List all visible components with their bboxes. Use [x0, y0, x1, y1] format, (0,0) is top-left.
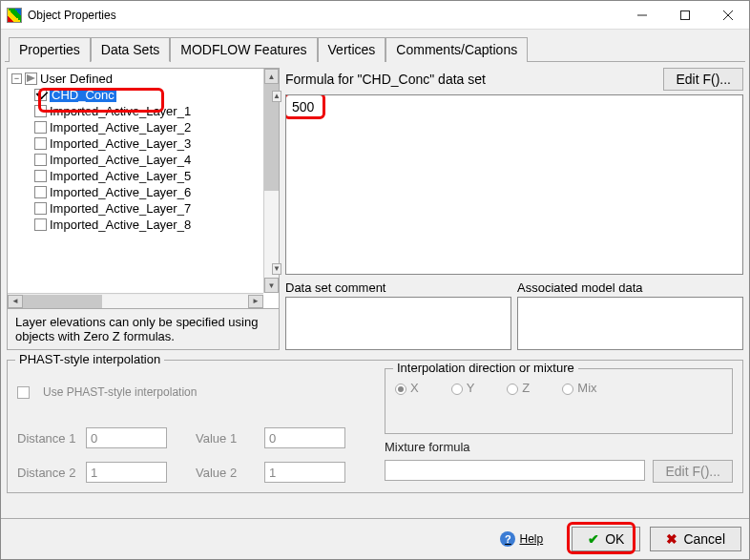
- formula-gutter: ▲ ▼: [272, 91, 281, 275]
- dataset-comment-header: Data set comment: [285, 280, 511, 295]
- tree-root-label: User Defined: [40, 72, 113, 86]
- maximize-button[interactable]: [663, 1, 706, 29]
- close-icon: [723, 10, 733, 20]
- checkbox-icon[interactable]: [34, 89, 47, 101]
- tab-data-sets[interactable]: Data Sets: [91, 37, 170, 62]
- tree-item-chd-conc[interactable]: CHD_Conc: [32, 87, 277, 103]
- radio-icon: [451, 384, 463, 395]
- tree-item[interactable]: Imported_Active_Layer_2: [32, 119, 277, 135]
- tree-horizontal-scrollbar[interactable]: ◄ ►: [8, 293, 263, 308]
- tree-root-user-defined[interactable]: − User Defined: [10, 71, 277, 87]
- checkbox-icon[interactable]: [34, 137, 47, 150]
- tree-item-label: Imported_Active_Layer_2: [50, 120, 191, 135]
- radio-mix[interactable]: Mix: [562, 381, 596, 395]
- interp-direction-group: Interpolation direction or mixture X Y Z…: [385, 368, 733, 434]
- checkbox-icon[interactable]: [34, 170, 47, 182]
- scroll-down-icon[interactable]: ▼: [264, 278, 279, 293]
- mixture-formula-label: Mixture formula: [385, 440, 733, 454]
- associated-model-box[interactable]: [517, 297, 743, 350]
- radio-x[interactable]: X: [395, 381, 419, 395]
- formula-label: Formula for "CHD_Conc" data set: [285, 72, 656, 87]
- value1-input[interactable]: [264, 427, 345, 448]
- checkbox-icon[interactable]: [34, 105, 47, 117]
- use-phast-checkbox[interactable]: [17, 386, 30, 399]
- app-icon: [7, 8, 22, 23]
- tree-item[interactable]: Imported_Active_Layer_1: [32, 103, 277, 119]
- tab-properties[interactable]: Properties: [9, 37, 91, 62]
- associated-model-header: Associated model data: [517, 280, 743, 295]
- distance1-input[interactable]: [86, 427, 167, 448]
- scroll-left-icon[interactable]: ◄: [8, 295, 23, 308]
- tree-item-label: Imported_Active_Layer_8: [50, 218, 191, 232]
- x-icon: ✖: [666, 531, 677, 547]
- edit-mixture-formula-button[interactable]: Edit F()...: [653, 460, 733, 483]
- checkbox-icon[interactable]: [34, 121, 47, 134]
- radio-y[interactable]: Y: [451, 381, 475, 395]
- cancel-button[interactable]: ✖ Cancel: [650, 527, 741, 551]
- scroll-right-icon[interactable]: ►: [248, 295, 263, 308]
- scroll-thumb[interactable]: [23, 295, 102, 308]
- ok-button[interactable]: ✔ OK: [572, 527, 640, 551]
- checkbox-icon[interactable]: [34, 218, 47, 231]
- minimize-icon: [637, 10, 647, 20]
- tree-item-label: Imported_Active_Layer_3: [50, 136, 191, 151]
- collapse-icon[interactable]: −: [11, 73, 22, 84]
- tree-item-label: Imported_Active_Layer_7: [50, 201, 191, 216]
- tree-item[interactable]: Imported_Active_Layer_8: [32, 217, 277, 233]
- tree-item[interactable]: Imported_Active_Layer_4: [32, 152, 277, 168]
- tab-modflow-features[interactable]: MODFLOW Features: [170, 37, 317, 62]
- radio-icon: [562, 384, 573, 395]
- tab-vertices[interactable]: Vertices: [318, 37, 386, 62]
- distance2-input[interactable]: [86, 462, 167, 483]
- tree-item[interactable]: Imported_Active_Layer_5: [32, 168, 277, 184]
- tab-strip: Properties Data Sets MODFLOW Features Ve…: [5, 33, 745, 62]
- tree-item[interactable]: Imported_Active_Layer_6: [32, 184, 277, 200]
- help-link[interactable]: ? Help: [500, 531, 543, 547]
- tree-item-label: Imported_Active_Layer_4: [50, 153, 191, 167]
- radio-icon: [507, 384, 518, 395]
- svg-rect-1: [680, 10, 689, 19]
- titlebar: Object Properties: [1, 1, 749, 30]
- checkbox-icon[interactable]: [34, 186, 47, 198]
- close-button[interactable]: [706, 1, 749, 29]
- value2-input[interactable]: [264, 462, 345, 483]
- formula-panel: Formula for "CHD_Conc" data set Edit F()…: [285, 68, 743, 350]
- maximize-icon: [680, 10, 690, 20]
- help-icon: ?: [500, 531, 515, 547]
- dataset-comment-box[interactable]: [285, 297, 511, 350]
- tab-comments-captions[interactable]: Comments/Captions: [385, 37, 528, 62]
- interp-direction-legend: Interpolation direction or mixture: [393, 361, 578, 375]
- scroll-up-icon[interactable]: ▲: [264, 69, 279, 84]
- formula-value: 500: [292, 99, 314, 114]
- edit-formula-button[interactable]: Edit F()...: [663, 68, 743, 91]
- tree-item[interactable]: Imported_Active_Layer_7: [32, 200, 277, 217]
- object-properties-window: Object Properties Properties Data Sets M…: [0, 0, 750, 560]
- use-phast-label: Use PHAST-style interpolation: [43, 385, 197, 399]
- phast-group: PHAST-style interpolation Use PHAST-styl…: [7, 360, 743, 493]
- radio-z[interactable]: Z: [507, 381, 530, 395]
- layer-elevation-note: Layer elevations can only be specified u…: [8, 308, 279, 349]
- checkbox-icon[interactable]: [34, 154, 47, 166]
- tree-item-label: Imported_Active_Layer_5: [50, 169, 191, 183]
- tree-item-label: CHD_Conc: [50, 88, 116, 102]
- radio-icon: [395, 384, 406, 395]
- value2-label: Value 2: [196, 466, 259, 480]
- check-icon: ✔: [588, 531, 599, 547]
- tree-item-label: Imported_Active_Layer_1: [50, 104, 191, 118]
- gutter-up-icon: ▲: [272, 91, 281, 102]
- distance1-label: Distance 1: [17, 431, 80, 446]
- tree-item-label: Imported_Active_Layer_6: [50, 185, 191, 199]
- datasets-tree[interactable]: − User Defined CHD_Conc Imported_Active_…: [8, 69, 279, 308]
- tristate-checkbox-icon[interactable]: [25, 73, 37, 85]
- minimize-button[interactable]: [620, 1, 663, 29]
- phast-legend: PHAST-style interpolation: [15, 352, 164, 366]
- tab-content: − User Defined CHD_Conc Imported_Active_…: [1, 62, 749, 518]
- tree-item[interactable]: Imported_Active_Layer_3: [32, 135, 277, 152]
- distance2-label: Distance 2: [17, 466, 80, 480]
- checkbox-icon[interactable]: [34, 202, 47, 215]
- datasets-tree-panel: − User Defined CHD_Conc Imported_Active_…: [7, 68, 280, 350]
- mixture-formula-input[interactable]: [385, 460, 645, 481]
- dialog-footer: ? Help ✔ OK ✖ Cancel: [1, 518, 749, 559]
- formula-input[interactable]: 500: [285, 94, 743, 275]
- gutter-down-icon: ▼: [272, 263, 281, 275]
